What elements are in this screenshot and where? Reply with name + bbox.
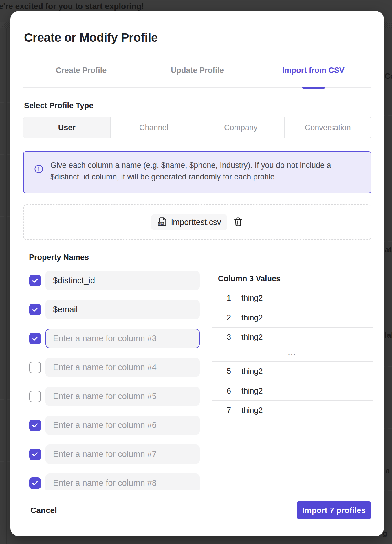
background-row-separator (0, 154, 10, 155)
value-row-index: 7 (212, 401, 235, 420)
property-input-wrap (45, 444, 200, 464)
cancel-button[interactable]: Cancel (30, 501, 57, 519)
property-names-heading: Property Names (29, 253, 89, 262)
value-row-index: 6 (212, 381, 235, 400)
background-row-separator (384, 179, 392, 179)
value-row-index: 2 (212, 308, 235, 327)
property-checkbox[interactable] (29, 275, 41, 286)
values-table-top: Column 3 Values 1thing22thing23thing2 (212, 269, 373, 347)
value-row-content: thing2 (235, 328, 373, 347)
info-callout: Give each column a name (e.g. $name, $ph… (23, 151, 371, 193)
background-row-separator (0, 522, 10, 522)
svg-text:csv: csv (159, 222, 163, 225)
background-row-separator (384, 241, 392, 242)
tab-label: Create Profile (56, 66, 107, 75)
background-row-separator (0, 278, 10, 278)
background-text-fragment: Col (385, 72, 392, 81)
property-checkbox[interactable] (29, 304, 41, 315)
info-icon (34, 164, 43, 174)
property-row (23, 473, 200, 490)
property-name-input[interactable] (45, 300, 200, 319)
property-rows-list (23, 269, 200, 490)
background-text-fragment: lab (385, 331, 392, 340)
background-row-separator (384, 366, 392, 367)
property-row (23, 358, 200, 377)
profile-type-option-company[interactable]: Company (197, 117, 284, 138)
property-name-input[interactable] (45, 358, 200, 377)
property-row (23, 329, 200, 348)
value-row: 1thing2 (212, 288, 373, 308)
property-input-wrap (45, 387, 200, 406)
info-callout-text: Give each column a name (e.g. $name, $ph… (50, 159, 351, 183)
background-row-separator (384, 428, 392, 429)
property-checkbox[interactable] (29, 391, 41, 402)
trash-icon (233, 216, 243, 228)
property-row (23, 271, 200, 290)
property-checkbox[interactable] (29, 362, 41, 373)
property-name-input[interactable] (45, 473, 200, 490)
uploaded-file-name: importtest.csv (171, 218, 221, 227)
property-name-input[interactable] (45, 387, 200, 406)
background-row-separator (0, 461, 10, 462)
tab-label: Import from CSV (282, 66, 345, 75)
property-name-input[interactable] (45, 444, 200, 464)
background-banner-text: e're excited for you to start exploring! (0, 2, 144, 11)
value-row-content: thing2 (235, 362, 373, 381)
property-checkbox[interactable] (29, 333, 41, 344)
property-name-input[interactable] (45, 271, 200, 290)
delete-file-button[interactable] (233, 216, 243, 228)
select-profile-type-label: Select Profile Type (24, 101, 94, 110)
value-row-content: thing2 (235, 401, 373, 420)
property-checkbox[interactable] (29, 420, 41, 431)
csv-upload-dropzone[interactable]: csv importtest.csv (23, 204, 371, 240)
background-text-fragment: a (386, 466, 390, 475)
tab-import-from-csv[interactable]: Import from CSV (255, 64, 371, 87)
property-input-wrap (45, 416, 200, 435)
background-text-fragment: g (0, 242, 1, 251)
background-row-separator (0, 399, 10, 400)
property-row (23, 387, 200, 406)
values-table-top-rows: 1thing22thing23thing2 (212, 288, 373, 347)
property-checkbox[interactable] (29, 449, 41, 460)
value-row-index: 3 (212, 328, 235, 347)
property-input-wrap (45, 473, 200, 490)
value-row: 6thing2 (212, 381, 373, 400)
dialog-title: Create or Modify Profile (24, 30, 158, 46)
value-row-content: thing2 (235, 308, 373, 327)
column-values-preview: Column 3 Values 1thing22thing23thing2 ●●… (212, 269, 373, 490)
value-row: 2thing2 (212, 308, 373, 327)
background-row-separator (0, 102, 10, 103)
background-text-fragment: ata (385, 245, 392, 254)
create-or-modify-profile-dialog: Create or Modify Profile Create Profile … (10, 11, 384, 536)
rows-ellipsis: ●●● (212, 347, 373, 361)
background-row-separator (0, 339, 10, 339)
tab-create-profile[interactable]: Create Profile (23, 64, 139, 87)
dialog-footer: Cancel Import 7 profiles (23, 501, 371, 519)
property-input-wrap (45, 329, 200, 348)
property-row (23, 416, 200, 435)
value-row: 3thing2 (212, 327, 373, 347)
values-table-header: Column 3 Values (212, 269, 373, 288)
property-row (23, 444, 200, 464)
profile-type-option-conversation[interactable]: Conversation (284, 117, 371, 138)
property-checkbox[interactable] (29, 477, 41, 489)
property-name-input[interactable] (45, 416, 200, 435)
background-table-gridline (6, 28, 7, 544)
property-name-input[interactable] (45, 329, 200, 348)
uploaded-file-chip[interactable]: csv importtest.csv (151, 214, 227, 230)
property-input-wrap (45, 300, 200, 319)
value-row: 7thing2 (212, 400, 373, 420)
property-row (23, 300, 200, 319)
value-row-index: 1 (212, 288, 235, 308)
csv-file-icon: csv (157, 216, 168, 228)
import-profiles-button[interactable]: Import 7 profiles (297, 501, 371, 519)
profile-type-option-channel[interactable]: Channel (110, 117, 197, 138)
property-input-wrap (45, 358, 200, 377)
background-row-separator (384, 304, 392, 304)
tab-bar: Create Profile Update Profile Import fro… (23, 64, 371, 88)
tab-label: Update Profile (171, 66, 224, 75)
tab-update-profile[interactable]: Update Profile (139, 64, 255, 87)
active-tab-underline (302, 87, 325, 89)
profile-type-option-user[interactable]: User (23, 117, 110, 138)
mapping-columns: Column 3 Values 1thing22thing23thing2 ●●… (23, 269, 373, 490)
